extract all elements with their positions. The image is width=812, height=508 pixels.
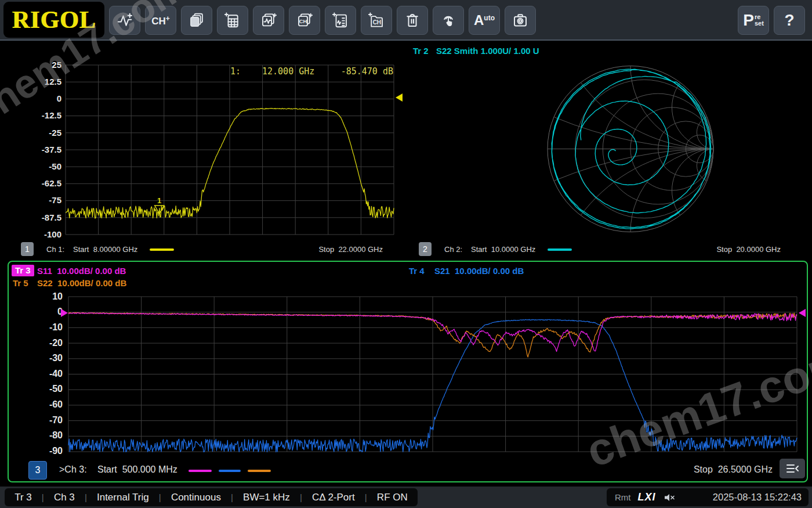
ch1-start-label[interactable]: Start 8.00000 GHz [73,245,137,254]
toolbar-button-auto[interactable]: Auto [469,6,500,35]
ch1-y-tick--12.5: -12.5 [22,110,61,120]
preset-button[interactable]: P reset [738,6,769,35]
smith-grid [543,62,717,236]
status-system: Rmt LXI 2025-08-13 15:22:43 [607,488,809,506]
tr4-trace-swatch [219,470,241,472]
ch1-y-tick-25: 25 [22,60,61,70]
ch3-y-tick--80: -80 [23,430,63,441]
ch2-stop-label[interactable]: Stop 20.0000 GHz [694,245,781,254]
marker1-id: 1: [230,66,241,77]
touch-icon [440,12,457,29]
tr1-measure-label[interactable]: S21 12.50dB/ 0.00 dB [36,46,125,56]
svg-text:CH: CH [299,19,307,24]
svg-text:CH: CH [373,19,381,26]
status-separator: | [231,492,233,502]
ch3-y-tick--10: -10 [23,322,63,333]
camera-icon [512,12,529,29]
tr3-label[interactable]: Tr 3 [12,265,34,276]
window-trace-add-icon [260,12,277,29]
status-item-tr-3[interactable]: Tr 3 [14,492,32,503]
ch3-ref-level-marker-right[interactable] [798,308,807,318]
status-item-continuous[interactable]: Continuous [171,492,221,503]
status-item-c-2-port[interactable]: CΔ 2-Port [312,492,355,503]
status-summary[interactable]: Tr 3|Ch 3|Internal Trig|Continuous|BW=1 … [5,488,418,506]
marker1-value: -85.470 dB [325,66,393,77]
toolbar-button-window-channel-add[interactable]: CH [289,6,320,35]
ch3-y-tick--20: -20 [23,338,63,348]
ch1-y-tick--37.5: -37.5 [22,145,61,154]
ch1-badge[interactable]: 1 [21,242,34,256]
ch1-y-tick--75: -75 [22,195,61,205]
mute-icon[interactable] [663,492,676,503]
rigol-logo: RIGOL [12,6,96,34]
ch3-label: >Ch 3: [59,464,87,475]
tr5-measure-label[interactable]: S22 10.00dB/ 0.00 dB [37,278,126,288]
ch1-y-tick--62.5: -62.5 [22,178,61,188]
ch1-y-tick-0: 0 [22,93,61,103]
ch1-ref-level-marker[interactable] [394,93,404,102]
status-item-internal-trig[interactable]: Internal Trig [97,492,149,503]
status-separator: | [159,492,161,502]
remote-indicator: Rmt [615,492,631,502]
toolbar-button-channel-add[interactable]: CH+ [145,6,176,35]
ch3-y-tick-0: 0 [23,307,63,317]
toolbar-button-list-trace-add[interactable] [325,6,356,35]
ch2-trace-swatch [548,248,572,251]
table-add-icon [224,12,241,29]
preset-icon: P reset [743,11,764,30]
tr4-label[interactable]: Tr 4 [409,266,425,276]
windows-icon [188,12,205,29]
ch3-y-tick--30: -30 [23,353,63,363]
ch1-trace-swatch [150,248,174,251]
toolbar-button-window-trace-add[interactable] [253,6,284,35]
status-separator: | [300,492,302,502]
help-button[interactable]: ? [774,6,805,35]
tr2-measure-label[interactable]: S22 Smith 1.000U/ 1.00 U [436,46,539,56]
ch1-label: Ch 1: [46,245,64,254]
lxi-indicator: LXI [638,491,656,503]
toolbar-button-table-add[interactable] [217,6,248,35]
status-item-ch-3[interactable]: Ch 3 [54,492,75,503]
ch2-smith-chart [543,62,717,236]
ch3-ref-level-marker-left[interactable] [60,308,69,318]
status-separator: | [85,492,87,502]
tr5-label[interactable]: Tr 5 [13,278,28,288]
status-bar: Tr 3|Ch 3|Internal Trig|Continuous|BW=1 … [0,487,812,508]
trace-add-icon [116,12,133,29]
toolbar-button-folder-channel-add[interactable]: CH [361,6,392,35]
ch2-badge[interactable]: 2 [419,242,432,256]
ch1-stop-label[interactable]: Stop 22.0000 GHz [296,245,383,254]
toolbar-button-windows[interactable] [181,6,212,35]
menu-collapse-icon [785,462,800,475]
ch1-plot: 1 [66,65,394,235]
marker-1-number: 1 [157,196,161,205]
tr1-label[interactable]: Tr 1 [13,46,28,56]
auto-icon: Auto [474,13,495,27]
tr2-label[interactable]: Tr 2 [413,46,429,56]
ch1-y-tick--87.5: -87.5 [22,212,61,222]
ch3-stop-label[interactable]: Stop 26.5000 GHz [668,464,773,475]
ch3-badge[interactable]: 3 [28,461,47,480]
ch1-y-tick--50: -50 [22,161,61,171]
toolbar-button-camera[interactable] [505,6,536,35]
help-icon: ? [784,11,794,30]
toolbar-button-delete[interactable] [397,6,428,35]
toolbar-button-trace-add[interactable] [109,6,140,35]
delete-icon [404,12,421,29]
ch3-start-label[interactable]: Start 500.000 MHz [97,464,177,475]
ch2-label: Ch 2: [444,245,462,254]
ch3-y-tick--70: -70 [23,415,63,426]
toolbar-button-touch[interactable] [433,6,464,35]
tr4-measure-label[interactable]: S21 10.00dB/ 0.00 dB [434,266,524,276]
ch3-y-tick--50: -50 [23,384,63,394]
status-item-rf-on[interactable]: RF ON [377,492,408,503]
vna-screen: RIGOL CH+CHCHAuto P reset ? Tr 1 S21 12.… [0,0,812,508]
ch3-y-tick--40: -40 [23,369,63,379]
channel-menu-button[interactable] [780,459,805,478]
status-item-bw-1-khz[interactable]: BW=1 kHz [243,492,290,503]
window-channel-add-icon: CH [296,12,313,29]
tr3-measure-label[interactable]: S11 10.00dB/ 0.00 dB [37,266,126,276]
ch1-y-tick-12.5: 12.5 [22,77,61,87]
folder-channel-add-icon: CH [368,12,385,29]
ch2-start-label[interactable]: Start 10.0000 GHz [471,245,535,254]
